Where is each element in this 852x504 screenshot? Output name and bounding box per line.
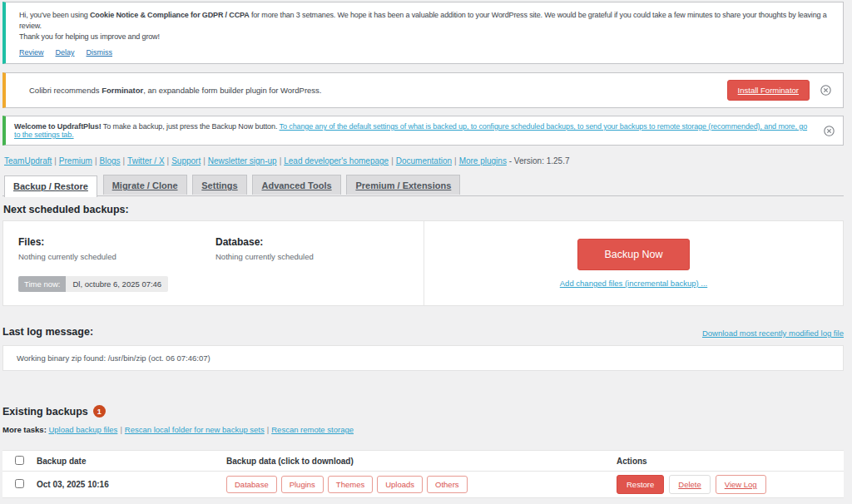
col-backup-date: Backup date	[37, 457, 226, 466]
last-log-heading: Last log message:	[2, 326, 93, 338]
admin-content: Hi, you've been using Cookie Notice & Co…	[0, 0, 852, 504]
download-plugins-button[interactable]: Plugins	[281, 476, 324, 493]
install-forminator-button[interactable]: Install Forminator	[727, 80, 810, 101]
review-notice-line2: Thank you for helping us improve and gro…	[19, 32, 830, 42]
backups-table: Backup date Backup data (click to downlo…	[2, 450, 844, 498]
view-log-button[interactable]: View Log	[716, 475, 766, 494]
header-checkbox-cell	[2, 456, 37, 467]
files-schedule-column: Files: Nothing currently scheduled Time …	[18, 236, 215, 305]
row-checkbox-cell	[2, 479, 37, 490]
dismiss-icon[interactable]	[823, 125, 835, 136]
row-actions: Restore Delete View Log	[617, 475, 844, 494]
link-documentation[interactable]: Documentation	[396, 156, 452, 166]
notice-cookie-review: Hi, you've been using Cookie Notice & Co…	[2, 2, 844, 64]
backup-data-buttons: Database Plugins Themes Uploads Others	[226, 476, 617, 493]
download-others-button[interactable]: Others	[427, 476, 468, 493]
separator: |	[120, 425, 121, 434]
col-backup-data: Backup data (click to download)	[226, 457, 617, 466]
separator: |	[167, 156, 170, 166]
separator: |	[267, 425, 269, 434]
col-actions: Actions	[617, 457, 844, 466]
upload-backup-files-link[interactable]: Upload backup files	[48, 425, 117, 434]
separator: |	[95, 156, 97, 166]
review-text-prefix: Hi, you've been using	[19, 11, 90, 19]
link-more-plugins[interactable]: More plugins	[459, 156, 507, 166]
rescan-remote-link[interactable]: Rescan remote storage	[271, 425, 354, 434]
tab-advanced-tools[interactable]: Advanced Tools	[252, 175, 340, 195]
backup-date-value: Oct 03, 2025 10:16	[37, 480, 226, 489]
more-tasks-row: More tasks: Upload backup files|Rescan l…	[2, 425, 844, 434]
incremental-backup-link[interactable]: Add changed files (incremental backup) .…	[560, 279, 707, 288]
download-uploads-button[interactable]: Uploads	[377, 476, 423, 493]
existing-backups-heading: Existing backups	[2, 406, 88, 418]
link-developer-homepage[interactable]: Lead developer's homepage	[284, 156, 389, 166]
dismiss-link[interactable]: Dismiss	[87, 48, 113, 57]
files-schedule-value: Nothing currently scheduled	[18, 252, 215, 261]
backup-now-button[interactable]: Backup Now	[577, 239, 689, 270]
backups-table-header: Backup date Backup data (click to downlo…	[2, 451, 844, 472]
download-database-button[interactable]: Database	[226, 476, 277, 493]
table-row: Oct 03, 2025 10:16 Database Plugins Them…	[2, 472, 844, 497]
row-checkbox[interactable]	[15, 479, 24, 488]
updraft-header-links: TeamUpdraft|Premium|Blogs|Twitter / X|Su…	[4, 156, 844, 166]
download-themes-button[interactable]: Themes	[328, 476, 373, 493]
time-now-value: Dl, octubre 6, 2025 07:46	[66, 276, 168, 292]
database-schedule-column: Database: Nothing currently scheduled	[215, 236, 424, 305]
updraft-welcome-text: Welcome to UpdraftPlus! To make a backup…	[14, 122, 813, 139]
review-notice-line1: Hi, you've been using Cookie Notice & Co…	[19, 10, 830, 32]
link-support[interactable]: Support	[171, 156, 201, 166]
database-schedule-value: Nothing currently scheduled	[215, 252, 424, 261]
database-label: Database:	[215, 236, 424, 248]
separator: |	[280, 156, 282, 166]
version-text: - Version: 1.25.7	[509, 156, 570, 166]
link-teamupdraft[interactable]: TeamUpdraft	[4, 156, 52, 166]
time-now-label: Time now:	[18, 276, 66, 292]
tab-premium-extensions[interactable]: Premium / Extensions	[346, 175, 460, 195]
files-label: Files:	[18, 236, 215, 248]
forminator-notice-text: Colibri recommends Forminator, an expand…	[17, 86, 727, 95]
nav-tabs: Backup / Restore Migrate / Clone Setting…	[2, 174, 844, 196]
forminator-bold: Forminator	[102, 86, 143, 95]
link-twitter[interactable]: Twitter / X	[127, 156, 164, 166]
separator: |	[123, 156, 126, 166]
review-notice-links: Review Delay Dismiss	[19, 48, 830, 57]
tab-settings[interactable]: Settings	[192, 175, 246, 195]
notice-forminator: Colibri recommends Forminator, an expand…	[2, 72, 844, 108]
tab-migrate-clone[interactable]: Migrate / Clone	[103, 175, 187, 195]
time-now-badge: Time now: Dl, octubre 6, 2025 07:46	[18, 276, 168, 292]
notice-updraft-welcome: Welcome to UpdraftPlus! To make a backup…	[2, 116, 844, 146]
download-log-link[interactable]: Download most recently modified log file	[702, 329, 844, 338]
forminator-text-prefix: Colibri recommends	[29, 86, 102, 95]
more-tasks-label: More tasks:	[2, 425, 47, 434]
log-message-box: Working binary zip found: /usr/bin/zip (…	[2, 345, 844, 371]
rescan-local-link[interactable]: Rescan local folder for new backup sets	[125, 425, 265, 434]
next-scheduled-heading: Next scheduled backups:	[3, 204, 844, 215]
separator: |	[391, 156, 394, 166]
existing-backups-header: Existing backups 1	[2, 405, 844, 418]
delete-button[interactable]: Delete	[669, 475, 710, 494]
review-link[interactable]: Review	[19, 48, 44, 57]
dismiss-icon[interactable]	[820, 85, 831, 96]
link-newsletter[interactable]: Newsletter sign-up	[208, 156, 277, 166]
plugin-name-bold: Cookie Notice & Compliance for GDPR / CC…	[90, 11, 250, 19]
updraft-welcome-body: To make a backup, just press the Backup …	[102, 122, 280, 131]
scheduled-columns: Files: Nothing currently scheduled Time …	[3, 221, 424, 305]
select-all-checkbox[interactable]	[15, 456, 24, 465]
restore-button[interactable]: Restore	[617, 475, 664, 494]
updraft-welcome-bold: Welcome to UpdraftPlus!	[14, 122, 102, 131]
link-blogs[interactable]: Blogs	[99, 156, 120, 166]
backup-now-area: Backup Now Add changed files (incrementa…	[424, 221, 843, 305]
log-header-row: Last log message: Download most recently…	[2, 326, 844, 338]
link-premium[interactable]: Premium	[59, 156, 92, 166]
separator: |	[203, 156, 206, 166]
delay-link[interactable]: Delay	[56, 48, 75, 57]
separator: |	[54, 156, 57, 166]
backup-count-badge: 1	[93, 405, 106, 418]
forminator-text-suffix: , an expandable form builder plugin for …	[143, 86, 321, 95]
log-message-text: Working binary zip found: /usr/bin/zip (…	[17, 353, 211, 363]
separator: |	[454, 156, 457, 166]
tab-backup-restore[interactable]: Backup / Restore	[4, 175, 97, 197]
scheduled-backups-panel: Files: Nothing currently scheduled Time …	[2, 220, 844, 306]
